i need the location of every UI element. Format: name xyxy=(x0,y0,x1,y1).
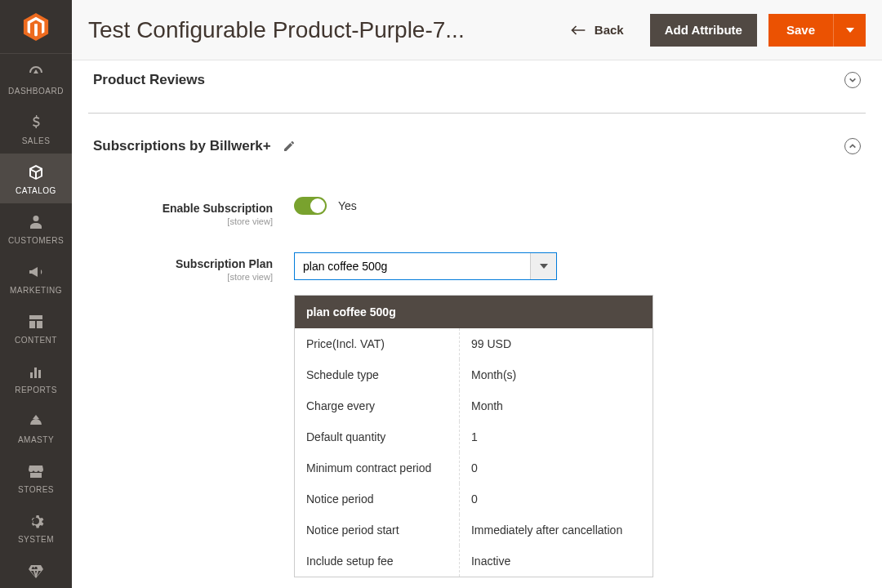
row-subscription-plan: Subscription Plan [store view] xyxy=(93,239,861,295)
plan-detail-row: Minimum contract period0 xyxy=(295,452,653,483)
plan-detail-value: Inactive xyxy=(459,546,653,577)
sidebar-item-label: CONTENT xyxy=(15,336,57,345)
page-title: Test Configurable Product-Purple-7... xyxy=(88,17,544,43)
diamond-icon xyxy=(27,562,45,580)
plan-detail-row: Notice period startImmediately after can… xyxy=(295,514,653,546)
sidebar-item-partners[interactable] xyxy=(0,552,72,588)
amasty-icon xyxy=(27,412,45,430)
save-options-toggle[interactable] xyxy=(833,14,866,47)
caret-down-icon xyxy=(540,262,548,270)
plan-detail-value: Immediately after cancellation xyxy=(459,514,653,546)
plan-details-box: plan coffee 500g Price(Incl. VAT)99 USDS… xyxy=(294,295,653,577)
megaphone-icon xyxy=(27,263,45,281)
sidebar-item-label: STORES xyxy=(18,485,54,494)
plan-detail-key: Notice period start xyxy=(295,514,459,546)
add-attribute-button[interactable]: Add Attribute xyxy=(650,14,757,47)
pencil-icon[interactable] xyxy=(283,140,296,153)
subscriptions-form: Enable Subscription [store view] Yes Sub… xyxy=(88,176,866,588)
person-icon xyxy=(27,213,45,231)
expand-icon xyxy=(844,72,861,88)
plan-detail-key: Notice period xyxy=(295,483,459,514)
section-product-reviews: Product Reviews xyxy=(88,60,866,114)
section-title: Product Reviews xyxy=(93,72,205,88)
sidebar-item-content[interactable]: CONTENT xyxy=(0,303,72,353)
row-enable-subscription: Enable Subscription [store view] Yes xyxy=(93,184,861,239)
field-scope: [store view] xyxy=(93,216,273,226)
select-dropdown-toggle[interactable] xyxy=(530,253,556,279)
admin-sidebar: DASHBOARDSALESCATALOGCUSTOMERSMARKETINGC… xyxy=(0,0,72,588)
plan-detail-key: Price(Incl. VAT) xyxy=(295,328,459,359)
plan-detail-row: Charge everyMonth xyxy=(295,390,653,421)
sidebar-item-label: SALES xyxy=(22,136,51,145)
gear-icon xyxy=(27,512,45,530)
layout-icon xyxy=(27,313,45,331)
plan-detail-value: Month(s) xyxy=(459,359,653,390)
gauge-icon xyxy=(27,64,45,82)
sidebar-item-label: CATALOG xyxy=(16,186,56,195)
sidebar-item-label: DASHBOARD xyxy=(8,87,64,96)
plan-detail-value: 1 xyxy=(459,421,653,452)
sidebar-item-catalog[interactable]: CATALOG xyxy=(0,154,72,203)
caret-down-icon xyxy=(845,25,855,35)
sidebar-item-label: CUSTOMERS xyxy=(8,236,64,245)
back-button-label: Back xyxy=(595,23,624,37)
plan-detail-row: Price(Incl. VAT)99 USD xyxy=(295,328,653,359)
sidebar-item-label: SYSTEM xyxy=(18,535,54,544)
sidebar-item-label: MARKETING xyxy=(10,286,62,295)
section-header-product-reviews[interactable]: Product Reviews xyxy=(88,64,866,109)
magento-logo[interactable] xyxy=(0,0,72,54)
section-title: Subscriptions by Billwerk+ xyxy=(93,138,271,154)
sidebar-item-amasty[interactable]: AMASTY xyxy=(0,403,72,452)
field-label: Enable Subscription xyxy=(163,202,273,215)
plan-detail-row: Include setup feeInactive xyxy=(295,546,653,577)
plan-detail-value: 0 xyxy=(459,483,653,514)
field-scope: [store view] xyxy=(93,272,273,282)
plan-detail-key: Charge every xyxy=(295,390,459,421)
plan-detail-key: Minimum contract period xyxy=(295,452,459,483)
storefront-icon xyxy=(27,462,45,480)
arrow-left-icon xyxy=(570,24,586,36)
plan-detail-row: Notice period0 xyxy=(295,483,653,514)
plan-detail-value: 0 xyxy=(459,452,653,483)
sidebar-item-label: AMASTY xyxy=(18,435,54,444)
sidebar-item-label: REPORTS xyxy=(15,385,57,394)
plan-detail-key: Include setup fee xyxy=(295,546,459,577)
sidebar-item-reports[interactable]: REPORTS xyxy=(0,353,72,403)
content-area: Product Reviews Subscriptions by Billwer… xyxy=(72,60,882,588)
sidebar-item-stores[interactable]: STORES xyxy=(0,452,72,502)
plan-details-table: Price(Incl. VAT)99 USDSchedule typeMonth… xyxy=(295,328,653,577)
main-column: Test Configurable Product-Purple-7... Ba… xyxy=(72,0,882,588)
plan-detail-key: Default quantity xyxy=(295,421,459,452)
magento-logo-icon xyxy=(22,13,50,41)
sidebar-item-dashboard[interactable]: DASHBOARD xyxy=(0,54,72,104)
bars-icon xyxy=(27,363,45,381)
page-header: Test Configurable Product-Purple-7... Ba… xyxy=(72,0,882,60)
sidebar-item-customers[interactable]: CUSTOMERS xyxy=(0,203,72,253)
add-attribute-label: Add Attribute xyxy=(665,23,742,37)
toggle-value-label: Yes xyxy=(338,199,357,212)
plan-detail-row: Default quantity1 xyxy=(295,421,653,452)
plan-detail-value: 99 USD xyxy=(459,328,653,359)
enable-subscription-toggle[interactable] xyxy=(294,197,327,215)
subscription-plan-select[interactable] xyxy=(294,252,557,280)
section-header-subscriptions[interactable]: Subscriptions by Billwerk+ xyxy=(88,117,866,176)
collapse-icon xyxy=(844,138,861,154)
dollar-icon xyxy=(27,114,45,131)
back-button[interactable]: Back xyxy=(555,14,639,47)
field-label: Subscription Plan xyxy=(176,257,273,270)
sidebar-item-sales[interactable]: SALES xyxy=(0,104,72,154)
sidebar-item-system[interactable]: SYSTEM xyxy=(0,502,72,552)
sidebar-item-marketing[interactable]: MARKETING xyxy=(0,253,72,303)
save-button[interactable]: Save xyxy=(768,14,833,47)
plan-detail-row: Schedule typeMonth(s) xyxy=(295,359,653,390)
plan-detail-key: Schedule type xyxy=(295,359,459,390)
plan-detail-value: Month xyxy=(459,390,653,421)
section-subscriptions: Subscriptions by Billwerk+ Enable Subscr… xyxy=(88,114,866,588)
save-button-label: Save xyxy=(786,23,815,37)
save-split-button: Save xyxy=(768,14,866,47)
plan-details-header: plan coffee 500g xyxy=(295,296,653,328)
box-icon xyxy=(27,163,45,181)
